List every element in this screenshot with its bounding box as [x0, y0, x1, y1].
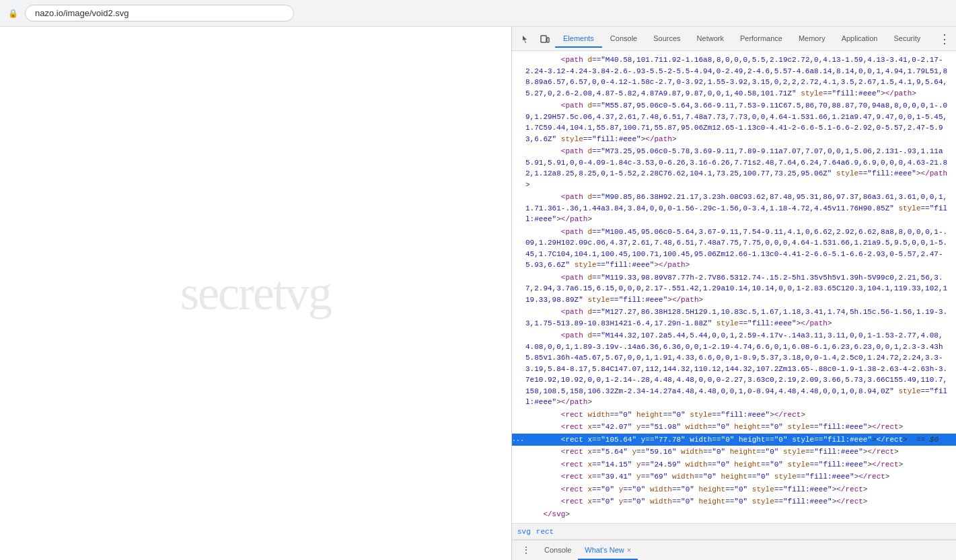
svg-rect-0	[541, 36, 546, 42]
code-line[interactable]: <path d=="M119.33,98.89V87.77h-2.7V86.53…	[512, 272, 956, 307]
browser-favicon: 🔒	[8, 9, 18, 18]
main-area: secretvg ElementsConsoleSourcesNetworkPe…	[0, 27, 956, 560]
code-line[interactable]: <rect x=="42.07" y=="51.98" width=="0" h…	[512, 421, 956, 434]
cursor-icon-btn[interactable]	[517, 30, 535, 48]
code-line[interactable]: <path d=="M100.45,95.06c0-5.64,3.67-9.11…	[512, 226, 956, 272]
code-line[interactable]: ... <rect x=="105.64" y=="77.78" width==…	[512, 434, 956, 446]
code-line[interactable]: <path d=="M144.32,107.2a5.44,5.44,0,0,1,…	[512, 329, 956, 409]
code-line[interactable]: <path d=="M127.27,86.38H128.5H129.1,10.8…	[512, 306, 956, 329]
devtools-panel: ElementsConsoleSourcesNetworkPerformance…	[512, 27, 956, 560]
code-line[interactable]: <rect x=="0" y=="0" width=="0" height=="…	[512, 483, 956, 496]
breadcrumb-bar: svg rect	[512, 524, 956, 540]
svg-rect-1	[547, 38, 549, 42]
devtools-tab-security[interactable]: Security	[885, 30, 928, 48]
code-line[interactable]: </svg>	[512, 508, 956, 521]
devtools-bottom: svg rect ⋮ ConsoleWhat's New×	[512, 523, 956, 560]
code-line[interactable]: <rect x=="5.64" y=="59.16" width=="0" he…	[512, 446, 956, 458]
devtools-tab-application[interactable]: Application	[834, 30, 886, 48]
address-bar[interactable]: nazo.io/image/void2.svg	[25, 5, 294, 22]
devtools-tab-memory[interactable]: Memory	[790, 30, 834, 48]
devtools-tab-network[interactable]: Network	[689, 30, 732, 48]
code-line[interactable]: <path d=="M90.85,86.38H92.21.17,3.23h.08…	[512, 191, 956, 226]
code-line[interactable]: <path d=="M40.58,101.711.92-1.16a8,8,0,0…	[512, 54, 956, 99]
more-icon[interactable]: ⋮	[939, 32, 951, 46]
devtools-tab-performance[interactable]: Performance	[732, 30, 790, 48]
svg-preview-text: secretvg	[180, 266, 331, 321]
code-line[interactable]: <rect x=="0" y=="0" width=="0" height=="…	[512, 495, 956, 508]
devtools-tab-sources[interactable]: Sources	[645, 30, 688, 48]
ellipsis-icon[interactable]: ...	[512, 434, 525, 444]
breadcrumb-svg[interactable]: svg	[517, 528, 531, 536]
devtools-toolbar: ElementsConsoleSourcesNetworkPerformance…	[512, 27, 956, 51]
close-tab-icon[interactable]: ×	[627, 546, 631, 554]
console-tabs-bar: ⋮ ConsoleWhat's New×	[512, 540, 956, 560]
breadcrumb-rect[interactable]: rect	[536, 528, 554, 536]
code-line[interactable]: <rect x=="39.41" y=="69" width=="0" heig…	[512, 471, 956, 483]
device-icon-btn[interactable]	[536, 30, 554, 48]
code-line[interactable]: <rect width=="0" height=="0" style=="fil…	[512, 409, 956, 422]
svg-preview-panel: secretvg	[0, 27, 512, 560]
devtools-tab-console[interactable]: Console	[602, 30, 645, 48]
bottom-tab-whats-new[interactable]: What's New×	[578, 541, 638, 560]
code-line[interactable]: <path d=="M73.25,95.06c0-5.78,3.69-9.11,…	[512, 145, 956, 191]
code-line[interactable]: <path d=="M55.87,95.06c0-5.64,3.66-9.11,…	[512, 99, 956, 145]
devtools-code-area[interactable]: <svg xmlns=="http://www.w3.org/2000/svg"…	[512, 51, 956, 523]
devtools-tab-elements[interactable]: Elements	[555, 30, 602, 48]
console-dots-icon[interactable]: ⋮	[517, 542, 535, 559]
browser-bar: 🔒 nazo.io/image/void2.svg	[0, 0, 956, 27]
code-line[interactable]: <rect x=="14.15" y=="24.59" width=="0" h…	[512, 458, 956, 471]
bottom-tab-console[interactable]: Console	[538, 541, 578, 560]
